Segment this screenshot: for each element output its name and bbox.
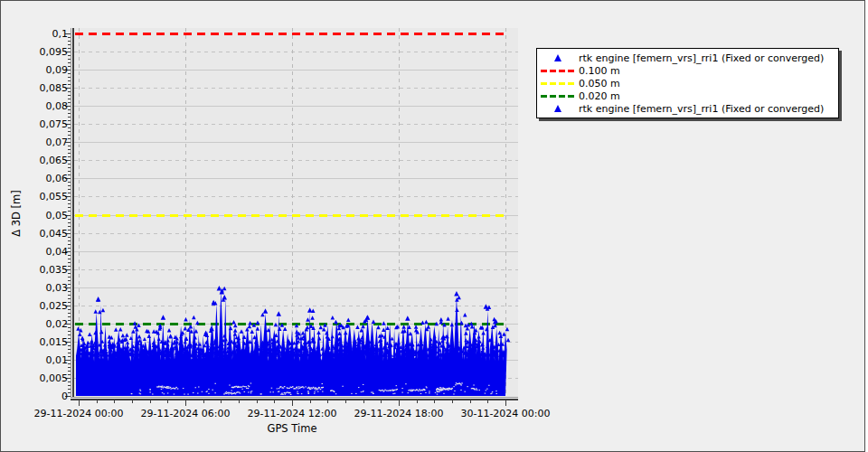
x-major-tick [399, 400, 400, 406]
y-tick-label: 0,075 [24, 118, 68, 130]
x-minor-tick [167, 400, 168, 403]
y-tick-label: 0,065 [24, 155, 68, 166]
legend-item[interactable]: rtk engine [femern_vrs]_rri1 (Fixed or c… [537, 102, 838, 115]
x-axis-title: GPS Time [238, 422, 346, 435]
dash-glyph [541, 95, 575, 98]
legend-item[interactable]: 0.020 m [537, 89, 838, 102]
y-tick-label: 0,03 [24, 282, 68, 294]
y-tick-label: 0,04 [24, 246, 68, 258]
x-major-tick [185, 400, 186, 406]
x-minor-tick [452, 400, 453, 403]
y-axis-title: Δ 3D [m] [10, 164, 23, 263]
legend-item[interactable]: 0.050 m [537, 77, 838, 89]
scatter-plot-canvas[interactable] [74, 28, 518, 397]
triangle-glyph [554, 54, 561, 61]
dash-line-icon [537, 70, 579, 72]
x-minor-tick [132, 400, 133, 403]
y-tick-label: 0 [24, 391, 68, 402]
x-tick-label: 30-11-2024 00:00 [453, 408, 558, 419]
x-axis-line [71, 397, 518, 400]
y-tick-label: 0,055 [24, 191, 68, 202]
x-tick-label: 29-11-2024 00:00 [26, 408, 131, 419]
y-tick-label: 0,05 [24, 210, 68, 221]
legend: rtk engine [femern_vrs]_rri1 (Fixed or c… [536, 48, 839, 118]
x-minor-tick [221, 400, 222, 403]
dash-line-icon [537, 82, 579, 85]
dash-line-icon [537, 95, 579, 98]
y-tick-label: 0,07 [24, 137, 68, 148]
y-axis-line [71, 28, 74, 400]
triangle-marker-icon [537, 54, 579, 61]
dash-glyph [541, 82, 575, 85]
x-minor-tick [150, 400, 151, 403]
x-minor-tick [345, 400, 346, 403]
y-tick-label: 0,06 [24, 173, 68, 184]
y-tick-label: 0,08 [24, 100, 68, 112]
x-minor-tick [487, 400, 488, 403]
chart-window: 00,0050,010,0150,020,0250,030,0350,040,0… [0, 0, 865, 452]
legend-label: rtk engine [femern_vrs]_rri1 (Fixed or c… [579, 52, 824, 64]
x-tick-label: 29-11-2024 18:00 [346, 408, 451, 419]
x-minor-tick [381, 400, 382, 403]
dash-glyph [541, 70, 575, 72]
x-minor-tick [434, 400, 435, 403]
legend-label: 0.050 m [579, 78, 620, 89]
x-minor-tick [310, 400, 311, 403]
x-major-tick [79, 400, 80, 406]
x-minor-tick [203, 400, 204, 403]
triangle-marker-icon [537, 105, 579, 112]
x-minor-tick [257, 400, 258, 403]
x-minor-tick [363, 400, 364, 403]
x-minor-tick [239, 400, 240, 403]
y-tick-label: 0,095 [24, 46, 68, 58]
y-tick-label: 0,035 [24, 264, 68, 276]
legend-label: 0.100 m [579, 65, 620, 77]
y-tick-label: 0,045 [24, 228, 68, 240]
legend-item[interactable]: 0.100 m [537, 64, 838, 77]
x-major-tick [292, 400, 293, 406]
y-tick-label: 0,1 [24, 28, 68, 40]
x-minor-tick [274, 400, 275, 403]
y-tick-label: 0,085 [24, 82, 68, 94]
x-tick-label: 29-11-2024 12:00 [240, 408, 344, 419]
y-tick-label: 0,025 [24, 300, 68, 312]
x-tick-label: 29-11-2024 06:00 [133, 408, 238, 419]
y-tick-label: 0,09 [24, 64, 68, 76]
y-tick-label: 0,015 [24, 336, 68, 348]
triangle-glyph [554, 105, 561, 112]
y-tick-label: 0,005 [24, 372, 68, 384]
legend-item[interactable]: rtk engine [femern_vrs]_rri1 (Fixed or c… [537, 52, 838, 64]
x-minor-tick [417, 400, 418, 403]
x-minor-tick [114, 400, 115, 403]
legend-label: rtk engine [femern_vrs]_rri1 (Fixed or c… [579, 103, 824, 115]
x-minor-tick [470, 400, 471, 403]
x-minor-tick [97, 400, 98, 403]
y-tick-label: 0,02 [24, 318, 68, 330]
legend-label: 0.020 m [579, 90, 620, 102]
y-tick-label: 0,01 [24, 354, 68, 366]
x-major-tick [505, 400, 506, 406]
x-minor-tick [327, 400, 328, 403]
